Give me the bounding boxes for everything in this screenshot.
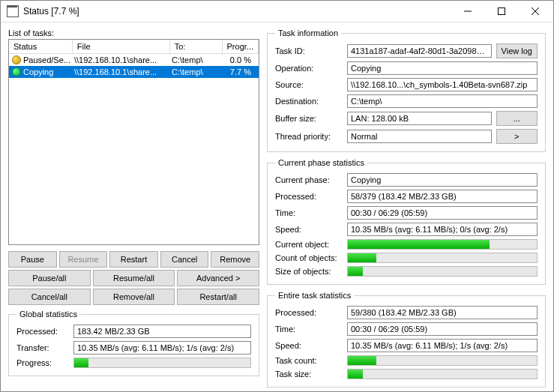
task-list-label: List of tasks: [8, 28, 259, 37]
table-header: Status File To: Progr... [9, 40, 259, 54]
titlebar: Status [7.7 %] [1, 1, 553, 22]
window-title: Status [7.7 %] [23, 6, 451, 16]
entire-task-stats: Entire task statistics Processed: 59/380… [267, 291, 546, 388]
advanced-button[interactable]: Advanced > [177, 270, 259, 286]
task-table[interactable]: Status File To: Progr... Paused/Se... \\… [8, 39, 259, 245]
minimize-button[interactable] [451, 1, 484, 22]
size-objects-bar [347, 266, 538, 277]
col-progress[interactable]: Progr... [223, 40, 259, 53]
buffer-options-button[interactable]: ... [496, 111, 538, 126]
table-row[interactable]: Paused/Se... \\192.168.10.1\share... C:\… [9, 54, 259, 66]
current-phase: Copying [347, 173, 538, 187]
phase-time: 00:30 / 06:29 (05:59) [347, 206, 538, 220]
view-log-button[interactable]: View log [496, 43, 538, 58]
table-row[interactable]: Copying \\192.168.10.1\share... C:\temp\… [9, 66, 259, 78]
app-icon [7, 5, 19, 17]
phase-processed: 58/379 (183.42 MB/2.33 GB) [347, 190, 538, 203]
task-count-bar [347, 355, 538, 366]
phase-speed: 10.35 MB/s (avg: 6.11 MB/s); 0/s (avg: 2… [347, 223, 538, 236]
global-processed: 183.42 MB/2.33 GB [73, 325, 251, 338]
thread-priority: Normal [347, 130, 492, 143]
global-stats: Global statistics Processed: 183.42 MB/2… [8, 310, 259, 376]
pause-all-button[interactable]: Pause/all [8, 270, 91, 286]
restart-button[interactable]: Restart [109, 251, 158, 268]
buffer-size: LAN: 128.00 kB [347, 112, 492, 125]
status-window: Status [7.7 %] List of tasks: Status Fil… [0, 0, 554, 392]
svg-rect-1 [498, 8, 505, 15]
entire-processed: 59/380 (183.42 MB/2.33 GB) [347, 306, 538, 319]
status-copying-icon [12, 67, 21, 76]
destination: C:\temp\ [347, 94, 538, 108]
priority-options-button[interactable]: > [496, 129, 538, 144]
task-id: 4131a187-adaf-4af2-80d1-3a2098a... [347, 44, 492, 58]
status-paused-icon [12, 55, 21, 64]
cancel-all-button[interactable]: Cancel/all [8, 289, 91, 305]
col-status[interactable]: Status [9, 40, 73, 53]
task-size-bar [347, 369, 538, 379]
global-progress-bar [73, 358, 251, 368]
remove-button[interactable]: Remove [211, 251, 259, 268]
entire-time: 00:30 / 06:29 (05:59) [347, 322, 538, 336]
resume-button[interactable]: Resume [59, 251, 108, 268]
current-phase-stats: Current phase statistics Current phase: … [267, 158, 546, 285]
remove-all-button[interactable]: Remove/all [93, 289, 175, 305]
maximize-button[interactable] [484, 1, 518, 22]
count-objects-bar [347, 253, 538, 263]
source: \\192.168.10...\ch_symbols-1.40Beta-svn6… [347, 78, 538, 91]
cancel-button[interactable]: Cancel [160, 251, 209, 268]
resume-all-button[interactable]: Resume/all [93, 270, 175, 286]
col-file[interactable]: File [73, 40, 170, 53]
entire-speed: 10.35 MB/s (avg: 6.11 MB/s); 1/s (avg: 2… [347, 339, 538, 352]
operation: Copying [347, 61, 538, 75]
restart-all-button[interactable]: Restart/all [177, 289, 259, 305]
pause-button[interactable]: Pause [8, 251, 57, 268]
col-to[interactable]: To: [170, 40, 223, 53]
current-object-bar [347, 239, 538, 250]
task-information: Task information Task ID: 4131a187-adaf-… [267, 28, 546, 152]
close-button[interactable] [518, 1, 552, 22]
global-transfer: 10.35 MB/s (avg: 6.11 MB/s); 1/s (avg: 2… [73, 341, 251, 355]
